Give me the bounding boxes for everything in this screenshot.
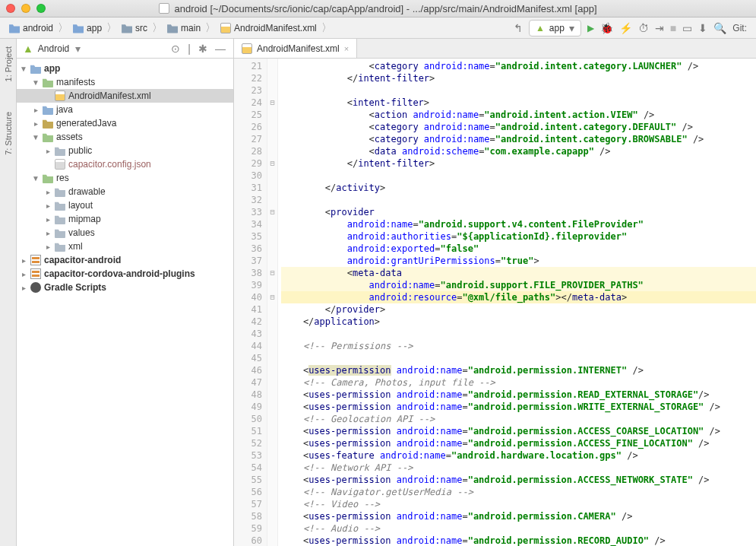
- tree-capconfig[interactable]: capacitor.config.json: [68, 159, 151, 170]
- module-icon: [73, 23, 84, 33]
- apply-changes-icon[interactable]: ⚡: [619, 22, 632, 34]
- android-icon: ▲: [23, 43, 33, 55]
- code-editor[interactable]: 21 22 23 24 25 26 27 28 29 30 31 32 33 3…: [234, 59, 756, 546]
- close-window-icon[interactable]: [6, 4, 15, 13]
- library-icon: [30, 255, 41, 265]
- folder-icon: [122, 23, 132, 33]
- code-content[interactable]: <category android:name="android.intent.c…: [278, 59, 756, 546]
- json-icon: [55, 159, 65, 170]
- module-icon: [30, 63, 41, 74]
- folder-icon: [43, 104, 53, 115]
- crumb-app[interactable]: app: [87, 23, 102, 33]
- folder-icon: [55, 241, 65, 252]
- file-icon: [159, 3, 169, 14]
- tree-capandroid[interactable]: capacitor-android: [44, 255, 121, 265]
- gradle-icon: [30, 282, 41, 293]
- back-icon[interactable]: ↰: [514, 22, 523, 34]
- navigation-toolbar: android〉 app〉 src〉 main〉 AndroidManifest…: [0, 17, 756, 39]
- folder-icon: [43, 77, 53, 87]
- profile-icon[interactable]: ⏱: [638, 22, 649, 34]
- debug-icon[interactable]: 🐞: [600, 22, 613, 34]
- tree-public[interactable]: public: [68, 145, 92, 156]
- tree-view-selector[interactable]: Android: [38, 43, 69, 54]
- titlebar: android [~/Documents/src/ionic/cap/capAp…: [0, 0, 756, 17]
- chevron-down-icon: ▾: [569, 22, 574, 34]
- tree-values[interactable]: values: [68, 227, 95, 238]
- tree-assets[interactable]: assets: [56, 132, 83, 142]
- tree-app[interactable]: app: [44, 63, 60, 74]
- chevron-down-icon[interactable]: ▾: [74, 43, 82, 55]
- sdk-icon[interactable]: ⬇: [698, 22, 707, 34]
- xml-icon: [55, 90, 65, 101]
- tab-manifest[interactable]: AndroidManifest.xml ×: [234, 39, 357, 58]
- window-controls: [6, 4, 46, 13]
- folder-icon: [55, 227, 65, 238]
- editor-area: AndroidManifest.xml × 21 22 23 24 25 26 …: [234, 39, 756, 546]
- fold-gutter[interactable]: ⊟ ⊟ ⊟ ⊟ ⊟: [267, 59, 278, 546]
- tree-res[interactable]: res: [56, 173, 69, 183]
- close-icon[interactable]: ×: [344, 44, 349, 53]
- folder-icon: [43, 118, 53, 129]
- left-tool-rail: 1: Project 7: Structure: [0, 39, 17, 546]
- project-tree[interactable]: ▼app ▼manifests ▸AndroidManifest.xml ▸ja…: [17, 59, 233, 546]
- crumb-src[interactable]: src: [135, 23, 147, 33]
- crumb-android[interactable]: android: [23, 23, 53, 33]
- tree-layout[interactable]: layout: [68, 200, 93, 211]
- module-icon: [9, 23, 20, 33]
- tree-header: ▲ Android ▾ ⊙ | ✱ —: [17, 39, 233, 59]
- breadcrumb[interactable]: android〉 app〉 src〉 main〉 AndroidManifest…: [6, 21, 511, 35]
- tree-xml[interactable]: xml: [68, 241, 83, 252]
- tree-manifest-file[interactable]: AndroidManifest.xml: [68, 90, 151, 101]
- tree-genjava[interactable]: generatedJava: [56, 118, 116, 129]
- tree-gradle[interactable]: Gradle Scripts: [44, 282, 106, 293]
- avd-icon[interactable]: ▭: [682, 22, 692, 34]
- zoom-window-icon[interactable]: [36, 4, 46, 13]
- folder-icon: [43, 173, 53, 183]
- tree-manifests[interactable]: manifests: [56, 77, 95, 87]
- folder-icon: [55, 200, 65, 211]
- run-icon[interactable]: ▶: [587, 23, 594, 33]
- folder-icon: [55, 186, 65, 197]
- folder-icon: [167, 23, 178, 33]
- run-config-select[interactable]: ▲ app ▾: [529, 20, 581, 37]
- rail-structure-tab[interactable]: 7: Structure: [4, 112, 13, 155]
- project-tree-panel: ▲ Android ▾ ⊙ | ✱ — ▼app ▼manifests ▸And…: [17, 39, 234, 546]
- tab-label: AndroidManifest.xml: [257, 43, 340, 54]
- folder-icon: [43, 132, 53, 142]
- tree-capcordova[interactable]: capacitor-cordova-android-plugins: [44, 268, 195, 279]
- tree-java[interactable]: java: [56, 104, 73, 115]
- window-title: android [~/Documents/src/ionic/cap/capAp…: [174, 3, 596, 14]
- folder-icon: [55, 214, 65, 224]
- toolbar-actions: ↰ ▲ app ▾ ▶ 🐞 ⚡ ⏱ ⇥ ■ ▭ ⬇ 🔍 Git:: [514, 20, 750, 37]
- editor-tabs: AndroidManifest.xml ×: [234, 39, 756, 59]
- hide-icon[interactable]: —: [214, 43, 227, 55]
- run-config-label: app: [549, 23, 565, 33]
- crumb-main[interactable]: main: [181, 23, 201, 33]
- crumb-file[interactable]: AndroidManifest.xml: [234, 23, 317, 33]
- settings-gear-icon[interactable]: ✱: [197, 43, 209, 55]
- search-icon[interactable]: 🔍: [713, 22, 726, 34]
- android-icon: ▲: [536, 23, 545, 33]
- collapse-icon[interactable]: ⊙: [169, 43, 182, 55]
- tree-drawable[interactable]: drawable: [68, 186, 106, 197]
- tree-mipmap[interactable]: mipmap: [68, 214, 101, 224]
- attach-icon[interactable]: ⇥: [655, 22, 664, 34]
- line-gutter: 21 22 23 24 25 26 27 28 29 30 31 32 33 3…: [234, 59, 267, 546]
- stop-icon[interactable]: ■: [670, 22, 676, 34]
- divider-icon: |: [186, 43, 192, 55]
- minimize-window-icon[interactable]: [21, 4, 30, 13]
- xml-icon: [220, 23, 231, 33]
- library-icon: [30, 268, 41, 279]
- xml-icon: [242, 43, 252, 54]
- rail-project-tab[interactable]: 1: Project: [4, 46, 13, 81]
- git-label: Git:: [732, 23, 747, 33]
- folder-icon: [55, 145, 65, 156]
